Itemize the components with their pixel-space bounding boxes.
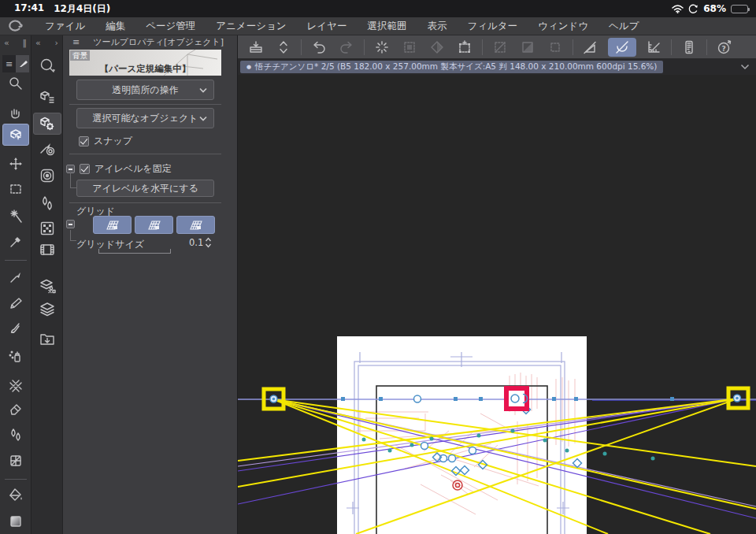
rotation-lock-icon (688, 4, 699, 14)
selection-area-icon[interactable] (545, 38, 565, 57)
line-correct-subtool[interactable] (32, 136, 63, 160)
gradient-tool[interactable] (0, 510, 32, 533)
zoom-tool[interactable] (0, 72, 32, 95)
timeline-subtool[interactable] (32, 238, 63, 261)
airbrush-tool[interactable] (0, 344, 32, 368)
pencil-tool[interactable] (0, 291, 32, 315)
layer-mark-subtool[interactable] (32, 273, 63, 297)
balloon-subtool[interactable] (32, 164, 63, 187)
reset-display-icon[interactable] (372, 38, 392, 57)
layer-badge: 背景 (70, 50, 90, 61)
layer-preview[interactable]: 背景 【パース定規編集中】 (69, 50, 221, 76)
help-icon[interactable]: ? (714, 38, 735, 57)
snap-grid-icon[interactable] (643, 38, 664, 57)
undo-icon[interactable] (309, 38, 329, 57)
status-bar: 17:41 12月4日(日) 68% (0, 0, 756, 17)
transparent-area-dropdown[interactable]: 透明箇所の操作 (76, 80, 214, 100)
divider (69, 104, 221, 105)
snap-checkbox[interactable] (79, 136, 89, 146)
divider (69, 202, 221, 203)
pen-badge-icon (16, 55, 29, 72)
blend-subtool[interactable] (32, 191, 63, 215)
ruler-edit-subtool[interactable] (32, 112, 63, 135)
modified-dot: ● (246, 64, 251, 70)
convert-line-icon[interactable] (490, 38, 510, 57)
selectable-object-dropdown[interactable]: 選択可能なオブジェクト (76, 108, 214, 128)
eyedropper-tool[interactable] (0, 230, 32, 254)
snap-ruler-icon[interactable] (580, 38, 601, 57)
eye-level-row: アイレベルを固定 (66, 162, 172, 176)
object-tool[interactable] (0, 123, 32, 146)
snap-special-ruler-icon[interactable] (608, 38, 636, 57)
import-subtool[interactable] (32, 327, 63, 350)
auto-select-tool[interactable] (0, 205, 32, 228)
brush-tool[interactable] (0, 317, 32, 341)
edit-mode-caption: 【パース定規編集中】 (69, 63, 221, 75)
tool-bar: «‖ ≡ (0, 35, 32, 534)
divider (69, 154, 221, 154)
selected-handle-red[interactable] (506, 388, 528, 409)
blend-tool[interactable] (0, 423, 32, 447)
eye-level-lock-checkbox[interactable] (80, 164, 90, 174)
stepper-icons[interactable] (205, 237, 212, 248)
separator (364, 39, 365, 55)
tab-list-chevron-icon[interactable] (740, 64, 750, 70)
subtool-bar: «› (32, 35, 63, 534)
transform-frame-icon[interactable] (454, 38, 475, 57)
menu-view[interactable]: 表示 (417, 20, 457, 33)
separator (706, 39, 707, 55)
panel-handle-icon[interactable]: ‖ (23, 38, 28, 49)
object-subtool[interactable] (32, 54, 63, 77)
redo-icon[interactable] (336, 38, 357, 57)
canvas-viewport[interactable] (238, 75, 756, 534)
pen-tool[interactable] (0, 265, 32, 289)
menu-window[interactable]: ウィンドウ (528, 20, 598, 33)
grid-size-value: 0.1 (189, 237, 203, 248)
marquee-tool[interactable] (0, 177, 32, 201)
wifi-icon (672, 5, 684, 13)
menu-selection[interactable]: 選択範囲 (357, 20, 417, 33)
companion-mode-icon[interactable] (679, 38, 699, 57)
separator (482, 39, 483, 55)
expand-chevrons-icon[interactable] (273, 38, 294, 57)
command-bar: ? (238, 35, 756, 59)
mask-icon[interactable] (517, 38, 538, 57)
document-tab[interactable]: ● 悟チチアンソロ* 2/5 (B5 182.00 x 257.00mm 製本サ… (240, 61, 663, 73)
menu-edit[interactable]: 編集 (95, 20, 135, 33)
move-layer-tool[interactable] (0, 152, 32, 176)
palette-dock-icon[interactable] (246, 38, 266, 57)
grid-xy-button[interactable] (93, 216, 132, 234)
level-eye-level-button[interactable]: アイレベルを水平にする (76, 180, 214, 197)
menu-bar: ファイル 編集 ページ管理 アニメーション レイヤー 選択範囲 表示 フィルター… (0, 17, 756, 35)
separator (573, 39, 573, 55)
layers-subtool[interactable] (32, 297, 63, 321)
menu-page[interactable]: ページ管理 (135, 20, 206, 33)
collapse-grid-icon[interactable] (66, 220, 75, 228)
collapse-panel-icon[interactable]: « (4, 38, 9, 49)
collapse-subtool-icon[interactable]: « (35, 38, 41, 49)
battery-percent: 68% (703, 3, 726, 14)
menu-animation[interactable]: アニメーション (206, 20, 296, 33)
deselect-icon[interactable] (399, 38, 420, 57)
grid-size-slider[interactable] (98, 249, 171, 254)
figure-tool[interactable] (0, 449, 32, 473)
grid-size-stepper[interactable]: 0.1 (189, 237, 212, 248)
eraser-tool[interactable] (0, 396, 32, 420)
menu-file[interactable]: ファイル (35, 20, 95, 33)
material-subtool[interactable] (32, 217, 63, 240)
select-layer-subtool[interactable] (32, 85, 63, 109)
menu-filter[interactable]: フィルター (457, 20, 528, 33)
vanishing-point-right[interactable] (728, 388, 748, 408)
grid-yz-button[interactable] (135, 216, 173, 234)
fill-tool[interactable] (0, 483, 32, 506)
menu-layer[interactable]: レイヤー (297, 20, 358, 33)
decoration-tool[interactable] (0, 374, 32, 398)
divider (5, 479, 27, 480)
tree-connector (70, 172, 76, 188)
grid-xz-button[interactable] (176, 216, 215, 234)
panel-menu-icon[interactable]: ≡ (72, 37, 80, 47)
expand-subtool-icon[interactable]: › (55, 38, 58, 49)
menu-help[interactable]: ヘルプ (598, 20, 649, 33)
invert-selection-icon[interactable] (427, 38, 447, 57)
tool-palette-header[interactable]: ≡ (2, 55, 29, 72)
